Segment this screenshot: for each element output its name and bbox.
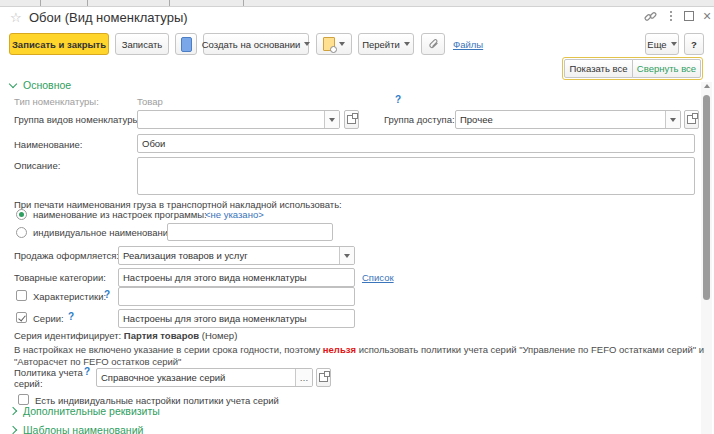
strip-divider [87, 0, 88, 6]
chevron-down-icon [9, 79, 17, 87]
help-mark[interactable]: ? [84, 366, 90, 377]
radio-from-settings-label: наименование из настроек программы: [33, 209, 207, 220]
section-main-header[interactable]: Основное [10, 79, 71, 91]
paperclip-icon [427, 38, 440, 51]
series-policy-input[interactable]: Справочное указание серий … [96, 368, 313, 387]
sale-label: Продажа оформляется: [14, 250, 119, 261]
section-templates-header[interactable]: Шаблоны наименований [10, 424, 143, 434]
open-icon [687, 115, 696, 124]
attachments-button[interactable] [421, 33, 445, 55]
get-link-icon[interactable] [642, 8, 658, 24]
categories-label: Товарные категории: [14, 272, 106, 283]
chevron-down-icon [671, 42, 677, 46]
section-additional-header[interactable]: Дополнительные реквизиты [10, 405, 160, 417]
not-specified-link[interactable]: <не указано> [205, 209, 264, 220]
help-mark[interactable]: ? [104, 289, 110, 300]
individual-name-input[interactable] [167, 223, 333, 241]
scrollbar-thumb[interactable] [703, 95, 710, 300]
type-group-open-button[interactable] [344, 110, 359, 129]
radio-individual[interactable] [16, 227, 27, 238]
maximize-icon[interactable] [681, 8, 697, 24]
series-identifies-text: Серия идентифицирует: Партия товаров (Но… [14, 330, 237, 341]
series-input[interactable]: Настроены для этого вида номенклатуры [118, 309, 355, 328]
description-label: Описание: [14, 160, 60, 171]
radio-individual-label: индивидуальное наименование: [33, 227, 176, 238]
card-icon [181, 37, 192, 52]
chevron-down-icon [404, 42, 410, 46]
show-all-button[interactable]: Показать все [564, 59, 633, 78]
chevron-down-icon [670, 118, 676, 122]
type-group-combo[interactable] [137, 110, 340, 129]
chevron-down-icon [344, 254, 350, 258]
chevron-right-icon [9, 407, 17, 415]
help-mark[interactable]: ? [395, 94, 401, 105]
dropdown-button[interactable] [665, 111, 680, 128]
dropdown-button[interactable] [324, 111, 339, 128]
open-icon [347, 115, 356, 124]
save-and-close-button[interactable]: Записать и закрыть [9, 33, 109, 55]
help-button[interactable]: ? [684, 33, 704, 55]
strip-divider [243, 0, 244, 6]
more-button[interactable]: Еще [645, 33, 679, 55]
chevron-down-icon [329, 118, 335, 122]
scroll-up-icon[interactable] [704, 84, 710, 88]
name-input[interactable]: Обои [137, 134, 695, 153]
collapse-all-button[interactable]: Свернуть все [632, 59, 701, 78]
series-policy-label: Политика учета серий: [14, 367, 84, 389]
dropdown-button[interactable] [339, 247, 354, 264]
create-based-on-button[interactable]: Создать на основании [203, 33, 309, 55]
show-in-list-button[interactable] [175, 33, 197, 55]
favorite-star-icon[interactable]: ☆ [10, 11, 22, 24]
name-label: Наименование: [14, 139, 83, 150]
versions-button[interactable] [316, 33, 352, 55]
categories-input[interactable]: Настроены для этого вида номенклатуры [118, 268, 355, 287]
chevron-down-icon [339, 42, 345, 46]
chevron-down-icon [304, 42, 310, 46]
scrollbar[interactable] [701, 82, 712, 434]
nomenclature-type-value: Товар [137, 96, 163, 107]
background-tab-strip [0, 0, 714, 7]
categories-list-link[interactable]: Список [362, 272, 394, 283]
page-title: Обои (Вид номенклатуры) [29, 10, 188, 25]
series-policy-warning: В настройках не включено указание в сери… [14, 344, 708, 368]
access-group-label: Группа доступа: [384, 114, 455, 125]
series-checkbox[interactable] [16, 312, 27, 323]
warning-highlight: нельзя [323, 344, 356, 355]
more-menu-icon[interactable] [663, 8, 679, 24]
chevron-right-icon [9, 426, 17, 434]
series-label: Серии: [33, 313, 64, 324]
choose-button[interactable]: … [295, 369, 312, 386]
access-group-combo[interactable]: Прочее [455, 110, 681, 129]
type-group-label: Группа видов номенклатуры: [14, 114, 142, 125]
radio-from-settings[interactable] [16, 209, 27, 220]
save-button[interactable]: Записать [115, 33, 169, 55]
strip-divider [40, 0, 41, 6]
document-history-icon [323, 37, 335, 51]
individual-policy-checkbox[interactable] [18, 394, 29, 405]
series-policy-open-button[interactable] [316, 368, 331, 387]
files-link[interactable]: Файлы [453, 39, 483, 50]
open-icon [319, 373, 328, 382]
characteristics-checkbox[interactable] [16, 290, 27, 301]
go-to-button[interactable]: Перейти [358, 33, 414, 55]
access-group-open-button[interactable] [684, 110, 699, 129]
strip-divider [169, 0, 170, 6]
sale-combo[interactable]: Реализация товаров и услуг [118, 246, 355, 265]
nomenclature-type-label: Тип номенклатуры: [14, 96, 99, 107]
characteristics-label: Характеристики: [33, 291, 106, 302]
description-input[interactable] [137, 157, 695, 195]
help-mark[interactable]: ? [68, 311, 74, 322]
characteristics-input[interactable] [118, 287, 355, 306]
close-icon[interactable]: × [699, 8, 714, 24]
view-toggle-group: Показать все Свернуть все [562, 57, 703, 80]
